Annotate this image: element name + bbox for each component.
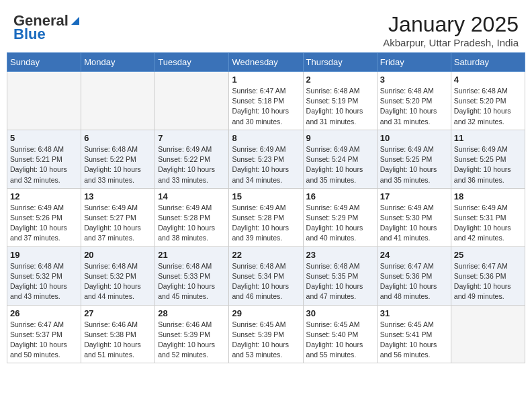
calendar-cell: 24Sunrise: 6:47 AMSunset: 5:36 PMDayligh… — [377, 246, 451, 305]
day-number: 5 — [10, 133, 78, 143]
weekday-header-saturday: Saturday — [451, 53, 525, 72]
calendar-cell: 31Sunrise: 6:45 AMSunset: 5:41 PMDayligh… — [377, 305, 451, 363]
weekday-header-sunday: Sunday — [7, 53, 81, 72]
day-info: Sunrise: 6:49 AMSunset: 5:28 PMDaylight:… — [158, 203, 226, 244]
svg-marker-0 — [71, 17, 79, 25]
day-info: Sunrise: 6:48 AMSunset: 5:19 PMDaylight:… — [306, 86, 374, 127]
day-info: Sunrise: 6:48 AMSunset: 5:34 PMDaylight:… — [232, 261, 300, 302]
day-info: Sunrise: 6:45 AMSunset: 5:39 PMDaylight:… — [232, 320, 300, 361]
day-info: Sunrise: 6:49 AMSunset: 5:27 PMDaylight:… — [84, 203, 152, 244]
calendar-cell: 2Sunrise: 6:48 AMSunset: 5:19 PMDaylight… — [303, 72, 377, 130]
calendar-cell: 16Sunrise: 6:49 AMSunset: 5:29 PMDayligh… — [303, 188, 377, 246]
day-number: 18 — [454, 191, 522, 201]
calendar-cell: 8Sunrise: 6:49 AMSunset: 5:23 PMDaylight… — [229, 130, 303, 188]
day-number: 31 — [380, 308, 448, 318]
day-number: 10 — [380, 133, 448, 143]
day-number: 27 — [84, 308, 152, 318]
day-number: 6 — [84, 133, 152, 143]
week-row-1: 1Sunrise: 6:47 AMSunset: 5:18 PMDaylight… — [7, 72, 525, 130]
week-row-3: 12Sunrise: 6:49 AMSunset: 5:26 PMDayligh… — [7, 188, 525, 246]
day-info: Sunrise: 6:49 AMSunset: 5:26 PMDaylight:… — [10, 203, 78, 244]
logo: General Blue — [13, 12, 81, 43]
day-number: 4 — [454, 75, 522, 85]
day-info: Sunrise: 6:48 AMSunset: 5:33 PMDaylight:… — [158, 261, 226, 302]
day-number: 30 — [306, 308, 374, 318]
day-number: 9 — [306, 133, 374, 143]
day-info: Sunrise: 6:47 AMSunset: 5:36 PMDaylight:… — [380, 261, 448, 302]
day-number: 8 — [232, 133, 300, 143]
day-info: Sunrise: 6:48 AMSunset: 5:32 PMDaylight:… — [84, 261, 152, 302]
day-number: 19 — [10, 250, 78, 260]
page-header: General Blue January 2025 Akbarpur, Utta… — [7, 7, 525, 52]
calendar-cell: 5Sunrise: 6:48 AMSunset: 5:21 PMDaylight… — [7, 130, 81, 188]
calendar-cell: 7Sunrise: 6:49 AMSunset: 5:22 PMDaylight… — [155, 130, 229, 188]
day-number: 15 — [232, 191, 300, 201]
day-number: 26 — [10, 308, 78, 318]
day-info: Sunrise: 6:47 AMSunset: 5:37 PMDaylight:… — [10, 320, 78, 361]
calendar-cell: 11Sunrise: 6:49 AMSunset: 5:25 PMDayligh… — [451, 130, 525, 188]
weekday-header-thursday: Thursday — [303, 53, 377, 72]
weekday-header-wednesday: Wednesday — [229, 53, 303, 72]
calendar-cell: 12Sunrise: 6:49 AMSunset: 5:26 PMDayligh… — [7, 188, 81, 246]
day-number: 29 — [232, 308, 300, 318]
calendar-cell: 9Sunrise: 6:49 AMSunset: 5:24 PMDaylight… — [303, 130, 377, 188]
calendar-cell: 18Sunrise: 6:49 AMSunset: 5:31 PMDayligh… — [451, 188, 525, 246]
day-number: 28 — [158, 308, 226, 318]
day-info: Sunrise: 6:49 AMSunset: 5:24 PMDaylight:… — [306, 144, 374, 185]
day-number: 25 — [454, 250, 522, 260]
calendar-cell: 22Sunrise: 6:48 AMSunset: 5:34 PMDayligh… — [229, 246, 303, 305]
calendar-table: SundayMondayTuesdayWednesdayThursdayFrid… — [7, 52, 525, 363]
calendar-cell: 23Sunrise: 6:48 AMSunset: 5:35 PMDayligh… — [303, 246, 377, 305]
day-info: Sunrise: 6:48 AMSunset: 5:35 PMDaylight:… — [306, 261, 374, 302]
calendar-cell: 21Sunrise: 6:48 AMSunset: 5:33 PMDayligh… — [155, 246, 229, 305]
day-info: Sunrise: 6:48 AMSunset: 5:20 PMDaylight:… — [454, 86, 522, 127]
weekday-header-tuesday: Tuesday — [155, 53, 229, 72]
day-info: Sunrise: 6:49 AMSunset: 5:23 PMDaylight:… — [232, 144, 300, 185]
day-number: 2 — [306, 75, 374, 85]
calendar-cell: 10Sunrise: 6:49 AMSunset: 5:25 PMDayligh… — [377, 130, 451, 188]
calendar-cell — [155, 72, 229, 130]
day-number: 11 — [454, 133, 522, 143]
calendar-cell — [451, 305, 525, 363]
calendar-cell: 19Sunrise: 6:48 AMSunset: 5:32 PMDayligh… — [7, 246, 81, 305]
weekday-header-row: SundayMondayTuesdayWednesdayThursdayFrid… — [7, 53, 525, 72]
week-row-5: 26Sunrise: 6:47 AMSunset: 5:37 PMDayligh… — [7, 305, 525, 363]
calendar-cell — [7, 72, 81, 130]
day-info: Sunrise: 6:47 AMSunset: 5:18 PMDaylight:… — [232, 86, 300, 127]
day-info: Sunrise: 6:49 AMSunset: 5:30 PMDaylight:… — [380, 203, 448, 244]
calendar-cell: 30Sunrise: 6:45 AMSunset: 5:40 PMDayligh… — [303, 305, 377, 363]
title-block: January 2025 Akbarpur, Uttar Pradesh, In… — [383, 12, 519, 48]
day-number: 1 — [232, 75, 300, 85]
day-info: Sunrise: 6:46 AMSunset: 5:38 PMDaylight:… — [84, 320, 152, 361]
day-number: 12 — [10, 191, 78, 201]
calendar-cell — [81, 72, 155, 130]
calendar-cell: 6Sunrise: 6:48 AMSunset: 5:22 PMDaylight… — [81, 130, 155, 188]
calendar-cell: 1Sunrise: 6:47 AMSunset: 5:18 PMDaylight… — [229, 72, 303, 130]
calendar-cell: 26Sunrise: 6:47 AMSunset: 5:37 PMDayligh… — [7, 305, 81, 363]
calendar-cell: 3Sunrise: 6:48 AMSunset: 5:20 PMDaylight… — [377, 72, 451, 130]
day-info: Sunrise: 6:49 AMSunset: 5:25 PMDaylight:… — [454, 144, 522, 185]
day-number: 22 — [232, 250, 300, 260]
day-number: 16 — [306, 191, 374, 201]
calendar-title: January 2025 — [383, 12, 519, 37]
week-row-4: 19Sunrise: 6:48 AMSunset: 5:32 PMDayligh… — [7, 246, 525, 305]
calendar-cell: 4Sunrise: 6:48 AMSunset: 5:20 PMDaylight… — [451, 72, 525, 130]
day-info: Sunrise: 6:49 AMSunset: 5:22 PMDaylight:… — [158, 144, 226, 185]
day-number: 13 — [84, 191, 152, 201]
calendar-cell: 20Sunrise: 6:48 AMSunset: 5:32 PMDayligh… — [81, 246, 155, 305]
day-info: Sunrise: 6:49 AMSunset: 5:29 PMDaylight:… — [306, 203, 374, 244]
week-row-2: 5Sunrise: 6:48 AMSunset: 5:21 PMDaylight… — [7, 130, 525, 188]
day-number: 24 — [380, 250, 448, 260]
day-number: 17 — [380, 191, 448, 201]
day-number: 23 — [306, 250, 374, 260]
day-info: Sunrise: 6:47 AMSunset: 5:36 PMDaylight:… — [454, 261, 522, 302]
day-info: Sunrise: 6:48 AMSunset: 5:21 PMDaylight:… — [10, 144, 78, 185]
day-number: 7 — [158, 133, 226, 143]
day-info: Sunrise: 6:45 AMSunset: 5:41 PMDaylight:… — [380, 320, 448, 361]
calendar-cell: 15Sunrise: 6:49 AMSunset: 5:28 PMDayligh… — [229, 188, 303, 246]
day-info: Sunrise: 6:48 AMSunset: 5:20 PMDaylight:… — [380, 86, 448, 127]
calendar-cell: 27Sunrise: 6:46 AMSunset: 5:38 PMDayligh… — [81, 305, 155, 363]
calendar-cell: 25Sunrise: 6:47 AMSunset: 5:36 PMDayligh… — [451, 246, 525, 305]
weekday-header-friday: Friday — [377, 53, 451, 72]
day-info: Sunrise: 6:49 AMSunset: 5:25 PMDaylight:… — [380, 144, 448, 185]
